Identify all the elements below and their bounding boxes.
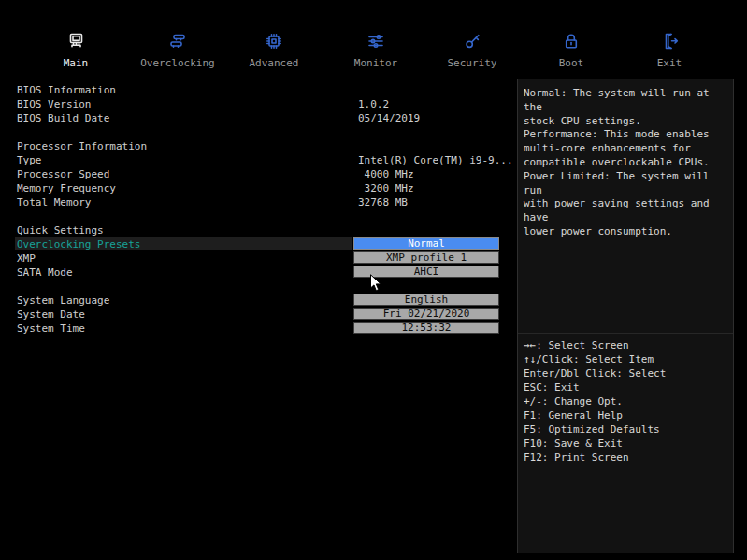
hotkey-change-opt: +/-: Change Opt. xyxy=(524,395,731,409)
mouse-cursor xyxy=(369,274,382,293)
info-row-total-memory: Total Memory 32768 MB xyxy=(0,195,517,209)
tab-advanced[interactable]: Advanced xyxy=(223,28,325,69)
hotkey-select: Enter/Dbl Click: Select xyxy=(524,366,731,381)
cpu-type-value: Intel(R) Core(TM) i9-9... xyxy=(358,153,513,167)
bios-top-menu: Main Overclocking Advanced xyxy=(0,0,747,79)
spacer xyxy=(0,280,517,294)
help-panel: Normal: The system will run at the stock… xyxy=(517,79,734,553)
tab-label: Security xyxy=(421,57,524,69)
tab-overclocking[interactable]: Overclocking xyxy=(126,28,229,69)
info-row-processor-speed: Processor Speed 4000 MHz xyxy=(0,167,517,181)
setting-row-xmp[interactable]: XMP XMP profile 1 xyxy=(0,251,517,266)
bios-version-value: 1.0.2 xyxy=(358,97,389,111)
chip-icon xyxy=(223,28,325,54)
tab-label: Exit xyxy=(618,57,721,69)
computer-icon xyxy=(24,28,127,54)
section-title: Quick Settings xyxy=(17,223,104,237)
hotkey-print-screen: F12: Print Screen xyxy=(524,451,731,465)
main-settings-area: BIOS Information BIOS Version 1.0.2 BIOS… xyxy=(0,83,517,336)
setting-row-system-date[interactable]: System Date Fri 02/21/2020 xyxy=(0,308,517,322)
processor-speed-value: 4000 MHz xyxy=(358,167,414,181)
ram-icon xyxy=(126,28,229,54)
hotkey-select-screen: →←: Select Screen xyxy=(524,338,731,352)
info-row-cpu-type: Type Intel(R) Core(TM) i9-9... xyxy=(0,153,517,167)
tab-exit[interactable]: Exit xyxy=(618,28,721,69)
hotkey-legend: →←: Select Screen ↑↓/Click: Select Item … xyxy=(518,334,733,465)
tab-label: Main xyxy=(24,57,127,69)
xmp-value-button[interactable]: XMP profile 1 xyxy=(353,251,499,264)
tab-monitor[interactable]: Monitor xyxy=(324,28,427,69)
setting-row-system-language[interactable]: System Language English xyxy=(0,294,517,308)
section-header-processor-information: Processor Information xyxy=(0,139,517,153)
info-row-memory-frequency: Memory Frequency 3200 MHz xyxy=(0,181,517,195)
info-row-bios-build-date: BIOS Build Date 05/14/2019 xyxy=(0,111,517,125)
hotkey-optimized-defaults: F5: Optimized Defaults xyxy=(524,423,731,437)
info-row-bios-version: BIOS Version 1.0.2 xyxy=(0,97,517,111)
overclocking-presets-value-button[interactable]: Normal xyxy=(353,237,499,250)
total-memory-value: 32768 MB xyxy=(358,195,408,209)
tab-label: Boot xyxy=(520,57,623,69)
key-icon xyxy=(421,28,524,54)
tab-label: Overclocking xyxy=(126,57,229,69)
hotkey-general-help: F1: General Help xyxy=(524,409,731,423)
memory-frequency-value: 3200 MHz xyxy=(358,181,414,195)
tab-security[interactable]: Security xyxy=(421,28,524,69)
setting-row-sata-mode[interactable]: SATA Mode AHCI xyxy=(0,266,517,280)
spacer xyxy=(0,209,517,223)
hotkey-exit: ESC: Exit xyxy=(524,381,731,395)
section-title: Processor Information xyxy=(17,139,147,153)
tab-boot[interactable]: Boot xyxy=(520,28,623,69)
section-header-bios-information: BIOS Information xyxy=(0,83,517,97)
padlock-icon xyxy=(520,28,623,54)
system-language-value-button[interactable]: English xyxy=(353,294,499,306)
hotkey-save-exit: F10: Save & Exit xyxy=(524,437,731,451)
system-time-value-button[interactable]: 12:53:32 xyxy=(353,322,499,334)
tab-main[interactable]: Main xyxy=(24,28,127,69)
setting-row-system-time[interactable]: System Time 12:53:32 xyxy=(0,322,517,336)
spacer xyxy=(0,125,517,139)
section-header-quick-settings: Quick Settings xyxy=(0,223,517,237)
exit-door-icon xyxy=(618,28,721,54)
setting-row-overclocking-presets[interactable]: Overclocking Presets Normal xyxy=(0,237,517,251)
setting-description-text: Normal: The system will run at the stock… xyxy=(518,79,733,334)
hotkey-select-item: ↑↓/Click: Select Item xyxy=(524,352,731,366)
tab-label: Monitor xyxy=(324,57,427,69)
tab-label: Advanced xyxy=(223,57,325,69)
section-title: BIOS Information xyxy=(17,83,116,97)
sliders-icon xyxy=(324,28,427,54)
bios-build-date-value: 05/14/2019 xyxy=(358,111,420,125)
system-date-value-button[interactable]: Fri 02/21/2020 xyxy=(353,308,499,320)
